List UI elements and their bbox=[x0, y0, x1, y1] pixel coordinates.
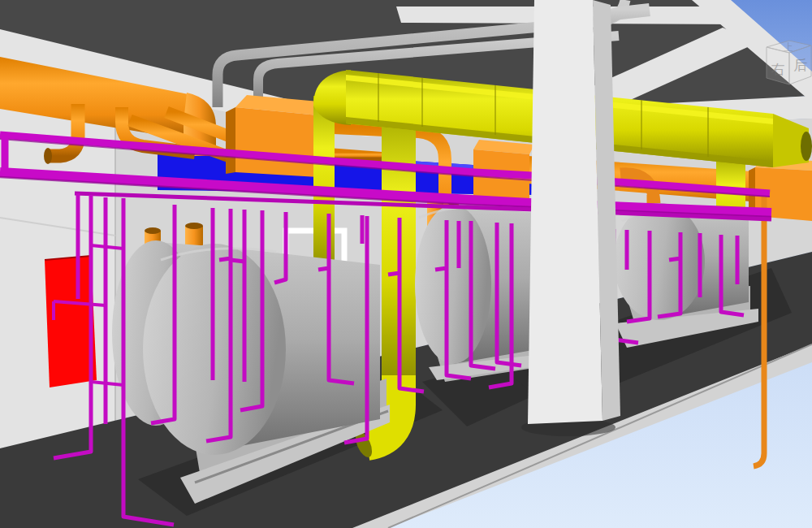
viewcube[interactable]: 上 右 后 bbox=[767, 41, 811, 84]
structural-column bbox=[521, 0, 620, 436]
yellow-end-opening bbox=[801, 132, 812, 161]
orange-branch-a-end bbox=[44, 148, 52, 164]
yellow-vertical-1 bbox=[313, 96, 335, 270]
viewcube-left-label[interactable]: 右 bbox=[771, 62, 785, 77]
red-door bbox=[45, 256, 97, 387]
orange-stub-2-top bbox=[185, 223, 203, 229]
orange-stub-1-top bbox=[145, 227, 161, 234]
3d-model-viewport[interactable]: 上 右 后 bbox=[0, 0, 812, 528]
tank-middle-head bbox=[415, 205, 491, 364]
orange-box1-front bbox=[235, 107, 318, 177]
viewcube-top-label[interactable]: 上 bbox=[784, 41, 793, 53]
orange-box1 bbox=[226, 95, 328, 177]
plant-room-scene[interactable]: 上 右 后 bbox=[0, 0, 812, 528]
viewcube-right-label[interactable]: 后 bbox=[794, 58, 808, 73]
orange-box1-side bbox=[226, 107, 235, 174]
column-front bbox=[528, 0, 603, 424]
